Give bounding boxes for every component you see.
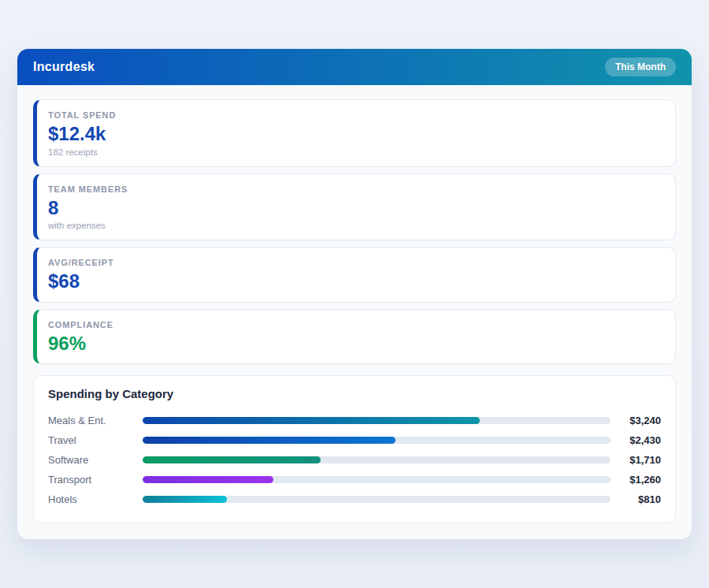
category-value: $810 <box>611 493 661 505</box>
stat-card-avg-receipt: AVG/RECEIPT $68 <box>33 247 676 303</box>
bar-fill <box>143 476 273 483</box>
bar-fill <box>143 417 480 424</box>
spending-by-category-card: Spending by Category Meals & Ent.$3,240T… <box>33 375 676 523</box>
category-value: $2,430 <box>611 434 661 446</box>
app-title: Incurdesk <box>33 60 95 74</box>
dashboard-panel: Incurdesk This Month TOTAL SPEND $12.4k … <box>17 49 692 539</box>
stat-value: $68 <box>48 270 663 292</box>
chart-row: Meals & Ent.$3,240 <box>48 411 661 430</box>
bar-fill <box>143 456 321 463</box>
category-label: Software <box>48 454 143 466</box>
stat-subtext: 182 receipts <box>48 147 663 157</box>
bar-track <box>143 417 611 424</box>
app-header: Incurdesk This Month <box>17 49 692 85</box>
bar-track <box>143 437 611 444</box>
chart-row: Transport$1,260 <box>48 470 661 489</box>
category-value: $1,710 <box>611 454 661 466</box>
stat-label: COMPLIANCE <box>48 320 663 329</box>
chart-title: Spending by Category <box>48 387 661 400</box>
period-badge[interactable]: This Month <box>605 58 676 76</box>
stat-value: 8 <box>48 197 663 219</box>
category-label: Hotels <box>48 493 143 505</box>
bar-chart: Meals & Ent.$3,240Travel$2,430Software$1… <box>48 411 661 509</box>
chart-row: Travel$2,430 <box>48 430 661 450</box>
stat-label: TEAM MEMBERS <box>48 184 663 194</box>
stat-value: $12.4k <box>48 123 663 145</box>
category-label: Meals & Ent. <box>48 415 143 426</box>
bar-track <box>143 496 611 503</box>
bar-fill <box>143 437 395 444</box>
stat-subtext: with expenses <box>48 221 663 230</box>
chart-row: Software$1,710 <box>48 450 661 470</box>
stat-value: 96% <box>48 333 663 355</box>
category-label: Transport <box>48 474 143 486</box>
bar-fill <box>143 496 227 503</box>
chart-row: Hotels$810 <box>48 489 661 509</box>
stat-label: AVG/RECEIPT <box>48 258 663 267</box>
panel-body: TOTAL SPEND $12.4k 182 receipts TEAM MEM… <box>17 85 692 523</box>
stat-card-team-members: TEAM MEMBERS 8 with expenses <box>33 173 676 241</box>
stat-label: TOTAL SPEND <box>48 110 663 120</box>
category-label: Travel <box>48 434 143 446</box>
bar-track <box>143 456 611 463</box>
stat-card-compliance: COMPLIANCE 96% <box>33 309 676 365</box>
bar-track <box>143 476 611 483</box>
stat-card-total-spend: TOTAL SPEND $12.4k 182 receipts <box>33 99 676 167</box>
category-value: $3,240 <box>611 415 661 426</box>
category-value: $1,260 <box>611 474 661 486</box>
